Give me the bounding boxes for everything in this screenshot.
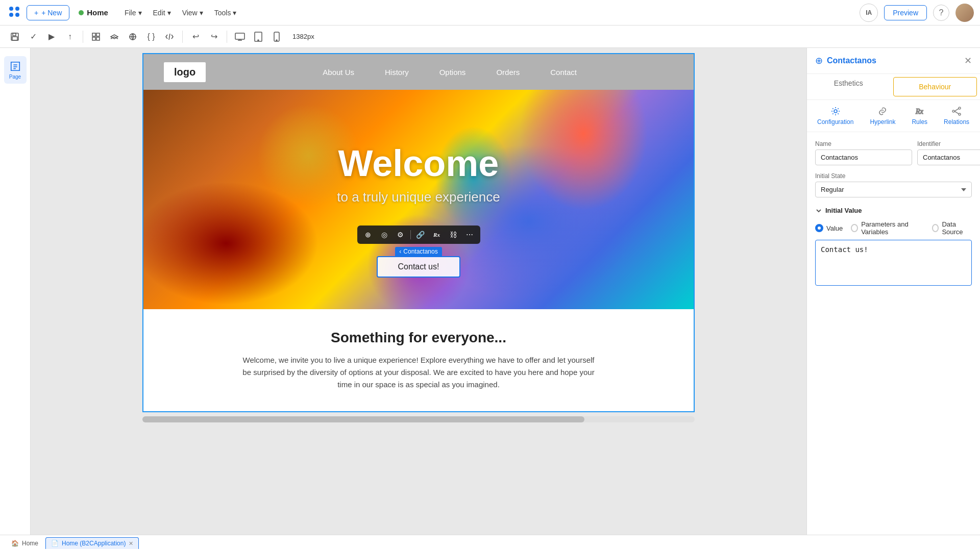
- site-content: Something for everyone... Welcome, we in…: [143, 309, 694, 411]
- float-toolbar: ⊕ ◎ ⚙ 🔗 Rx ⛓ ⋯: [357, 226, 480, 244]
- nav-btn[interactable]: [124, 28, 141, 45]
- toolbar-view: [231, 28, 285, 45]
- behaviour-label: Behaviour: [919, 83, 951, 91]
- resolution-value: 1382px: [292, 33, 314, 40]
- panel-close-button[interactable]: ✕: [964, 55, 972, 66]
- nav-contact[interactable]: Contact: [550, 68, 577, 77]
- help-button[interactable]: ?: [933, 5, 949, 21]
- svg-rect-10: [96, 37, 100, 40]
- sub-tab-rules[interactable]: Rx Rules: [908, 104, 932, 128]
- rules-label: Rules: [912, 118, 927, 126]
- tools-menu[interactable]: Tools ▾: [209, 6, 242, 20]
- svg-rect-9: [92, 37, 95, 40]
- upload-btn[interactable]: ↑: [61, 28, 79, 45]
- float-tool-rules[interactable]: Rx: [429, 228, 445, 242]
- radio-group: Value Parameters and Variables Data Sour…: [815, 220, 972, 236]
- nav-history[interactable]: History: [385, 68, 409, 77]
- tab-close-button[interactable]: ✕: [129, 540, 133, 547]
- identifier-label: Identifier: [917, 140, 980, 147]
- bottom-bar: 🏠 Home 📄 Home (B2CApplication) ✕: [0, 535, 980, 551]
- svg-point-27: [959, 107, 961, 109]
- hero-content: Welcome to a truly unique experience ⊕ ◎…: [143, 90, 694, 309]
- nav-about[interactable]: About Us: [323, 68, 354, 77]
- chevron-left-icon: ‹: [399, 248, 401, 255]
- sidebar-item-page[interactable]: Page: [4, 56, 27, 84]
- code-btn[interactable]: { }: [142, 28, 160, 45]
- tab-home-app[interactable]: 📄 Home (B2CApplication) ✕: [45, 537, 139, 549]
- float-tool-link[interactable]: 🔗: [413, 228, 428, 242]
- radio-params[interactable]: Parameters and Variables: [851, 220, 923, 236]
- svg-text:Rx: Rx: [915, 108, 924, 115]
- tablet-view-btn[interactable]: [250, 28, 267, 45]
- new-label: + New: [41, 9, 62, 17]
- toolbar-mid: { }: [87, 28, 178, 45]
- float-tool-settings[interactable]: ⚙: [393, 228, 408, 242]
- undo-btn[interactable]: ↩: [187, 28, 204, 45]
- tab-home-root[interactable]: 🏠 Home: [6, 538, 43, 549]
- preview-button[interactable]: Preview: [884, 5, 927, 20]
- toolbar-undo: ↩ ↪: [187, 28, 223, 45]
- canvas-scroll[interactable]: logo About Us History Options Orders Con…: [31, 48, 806, 535]
- home-label: Home: [87, 8, 108, 17]
- site-logo: logo: [164, 62, 206, 82]
- view-menu[interactable]: View ▾: [177, 6, 208, 20]
- svg-rect-8: [96, 33, 100, 36]
- html-btn[interactable]: [161, 28, 178, 45]
- component-label[interactable]: ‹ Contactanos: [395, 247, 442, 256]
- initial-state-select[interactable]: Regular Hover Active Disabled: [815, 182, 972, 197]
- sep3: [227, 31, 227, 43]
- sub-tab-configuration[interactable]: Configuration: [813, 104, 857, 128]
- home-indicator: Home: [74, 8, 113, 17]
- user-avatar[interactable]: [955, 4, 974, 22]
- tab-esthetics[interactable]: Esthetics: [807, 74, 890, 99]
- float-tool-more[interactable]: ⋯: [462, 228, 477, 242]
- app-logo: [6, 4, 22, 22]
- tab-behaviour[interactable]: Behaviour: [893, 77, 977, 96]
- layers-btn[interactable]: [106, 28, 123, 45]
- app-tab-icon: 📄: [51, 540, 59, 547]
- svg-rect-14: [235, 33, 244, 39]
- identifier-input[interactable]: [917, 149, 980, 165]
- file-menu[interactable]: File ▾: [119, 6, 147, 20]
- menu-group: File ▾ Edit ▾ View ▾ Tools ▾: [119, 6, 241, 20]
- svg-rect-7: [92, 33, 95, 36]
- check-btn[interactable]: ✓: [24, 28, 42, 45]
- svg-point-20: [276, 40, 277, 41]
- topbar-right: IA Preview ?: [860, 4, 974, 22]
- radio-value[interactable]: Value: [815, 224, 843, 232]
- edit-menu[interactable]: Edit ▾: [148, 6, 176, 20]
- value-textarea[interactable]: Contact us!: [815, 240, 972, 286]
- canvas-area: logo About Us History Options Orders Con…: [31, 48, 806, 535]
- button-component: ‹ Contactanos Contact us!: [377, 247, 461, 278]
- name-input[interactable]: [815, 149, 912, 165]
- initial-value-header[interactable]: Initial Value: [815, 205, 972, 216]
- svg-point-24: [834, 110, 837, 113]
- play-btn[interactable]: ▶: [43, 28, 60, 45]
- desktop-view-btn[interactable]: [231, 28, 249, 45]
- nav-options[interactable]: Options: [439, 68, 466, 77]
- component-name-label: Contactanos: [403, 248, 437, 255]
- save-btn[interactable]: [6, 28, 23, 45]
- svg-point-28: [959, 113, 961, 115]
- hero-title: Welcome: [338, 142, 499, 184]
- contact-button[interactable]: Contact us!: [377, 256, 461, 278]
- sub-tabs: Configuration Hyperlink Rx Rules: [807, 100, 980, 132]
- float-tool-move[interactable]: ⊕: [360, 228, 376, 242]
- float-tool-connect[interactable]: ⛓: [446, 228, 461, 242]
- nav-orders[interactable]: Orders: [496, 68, 520, 77]
- h-scrollbar[interactable]: [142, 416, 695, 422]
- ia-button[interactable]: IA: [860, 4, 878, 22]
- esthetics-label: Esthetics: [834, 79, 863, 87]
- sub-tab-relations[interactable]: Relations: [940, 104, 973, 128]
- new-button[interactable]: + + New: [27, 5, 69, 20]
- redo-btn[interactable]: ↪: [205, 28, 223, 45]
- radio-data-source[interactable]: Data Source: [932, 220, 972, 236]
- sub-tab-hyperlink[interactable]: Hyperlink: [866, 104, 899, 128]
- initial-value-section: Initial Value Value Parameters and Varia…: [815, 205, 972, 288]
- float-tool-select[interactable]: ◎: [377, 228, 392, 242]
- site-nav: logo About Us History Options Orders Con…: [143, 54, 694, 90]
- mobile-view-btn[interactable]: [268, 28, 285, 45]
- components-btn[interactable]: [87, 28, 105, 45]
- sep1: [83, 31, 83, 43]
- website-preview: logo About Us History Options Orders Con…: [142, 53, 695, 412]
